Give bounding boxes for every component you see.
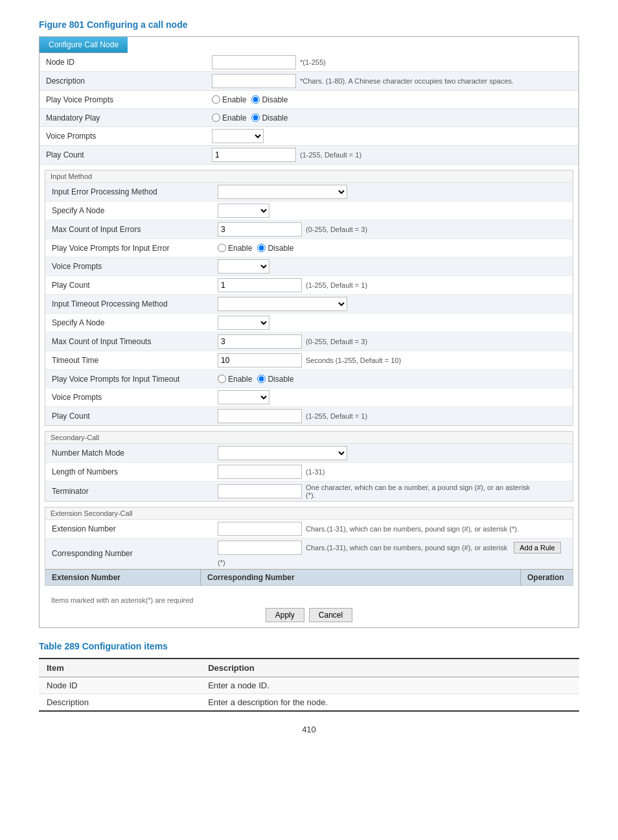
play-count-error-label: Play Count: [45, 278, 214, 292]
doc-table-header-item: Item: [39, 659, 200, 677]
specify-node-select[interactable]: [218, 204, 269, 218]
node-id-input-cell: *(1-255): [208, 53, 578, 71]
specify-node-label: Specify A Node: [45, 204, 214, 218]
enable-text: Enable: [222, 95, 246, 104]
apply-button[interactable]: Apply: [266, 608, 304, 622]
pv-timeout-enable-text: Enable: [228, 375, 252, 384]
length-numbers-label: Length of Numbers: [45, 465, 214, 479]
input-error-method-select[interactable]: [218, 185, 347, 199]
input-timeout-method-label: Input Timeout Processing Method: [45, 297, 214, 311]
length-numbers-input[interactable]: [218, 465, 302, 479]
extension-secondary-call-section: Extension Secondary-Call Extension Numbe…: [45, 507, 573, 586]
input-timeout-method-select[interactable]: [218, 297, 347, 311]
mandatory-play-disable-radio[interactable]: [251, 113, 260, 122]
doc-table-desc: Enter a description for the node.: [200, 694, 579, 712]
play-voice-timeout-row: Play Voice Prompts for Input Timeout Ena…: [45, 370, 573, 388]
doc-table-item: Node ID: [39, 677, 200, 694]
specify-node-timeout-row: Specify A Node: [45, 314, 573, 332]
mandatory-play-enable-label[interactable]: Enable: [212, 113, 246, 122]
corresponding-number-input[interactable]: [218, 541, 302, 555]
extension-number-label: Extension Number: [45, 522, 214, 536]
extension-number-input[interactable]: [218, 522, 302, 536]
add-rule-button[interactable]: Add a Rule: [514, 542, 560, 554]
mandatory-play-cell: Enable Disable: [208, 111, 578, 124]
voice-prompts-label: Voice Prompts: [40, 129, 208, 143]
play-count-timeout-input[interactable]: [218, 409, 302, 423]
play-count-error-input[interactable]: [218, 278, 302, 292]
extension-number-row: Extension Number Chars.(1-31), which can…: [45, 520, 573, 539]
play-count-timeout-label: Play Count: [45, 409, 214, 423]
play-count-input[interactable]: [212, 148, 296, 162]
pv-error-disable-text: Disable: [268, 244, 293, 253]
tab-header[interactable]: Configure Call Node: [40, 37, 128, 53]
mandatory-play-disable-label[interactable]: Disable: [251, 113, 288, 122]
max-count-timeouts-hint: (0-255, Default = 3): [306, 338, 367, 345]
play-count-label: Play Count: [40, 148, 208, 162]
pv-timeout-disable-text: Disable: [268, 375, 293, 384]
timeout-time-label: Timeout Time: [45, 353, 214, 368]
timeout-time-cell: Seconds (1-255, Default = 10): [214, 351, 573, 369]
voice-prompts-timeout-cell: [214, 388, 573, 406]
terminator-input[interactable]: [218, 484, 302, 498]
play-voice-prompts-disable-radio[interactable]: [251, 95, 260, 104]
extension-number-hint: Chars.(1-31), which can be numbers, poun…: [306, 525, 519, 533]
doc-table-header-description: Description: [200, 659, 579, 677]
specify-node-timeout-cell: [214, 314, 573, 332]
max-count-timeouts-cell: (0-255, Default = 3): [214, 332, 573, 351]
pv-error-disable-radio[interactable]: [257, 244, 266, 252]
play-voice-timeout-cell: Enable Disable: [214, 373, 573, 386]
play-count-cell: (1-255, Default = 1): [208, 146, 578, 164]
specify-node-row: Specify A Node: [45, 202, 573, 220]
table-title: Table 289 Configuration items: [39, 641, 579, 651]
pv-error-enable-text: Enable: [228, 244, 252, 253]
play-voice-prompts-label: Play Voice Prompts: [40, 93, 208, 107]
voice-prompts-timeout-select[interactable]: [218, 390, 269, 404]
corresponding-number-row: Corresponding Number Chars.(1-31), which…: [45, 539, 573, 569]
play-voice-prompts-enable-radio[interactable]: [212, 95, 220, 104]
play-voice-prompts-enable-label[interactable]: Enable: [212, 95, 246, 104]
pv-error-enable-radio[interactable]: [218, 244, 226, 252]
corresponding-number-hint: Chars.(1-31), which can be numbers, poun…: [306, 544, 507, 552]
required-note: Items marked with an asterisk(*) are req…: [45, 596, 573, 604]
pv-error-enable-label[interactable]: Enable: [218, 244, 252, 253]
doc-table-row: Node IDEnter a node ID.: [39, 677, 579, 694]
description-label: Description: [40, 74, 208, 88]
timeout-time-input[interactable]: [218, 353, 302, 368]
node-id-label: Node ID: [40, 55, 208, 69]
ext-num-col-header: Extension Number: [45, 570, 201, 585]
voice-prompts-row: Voice Prompts: [40, 127, 578, 146]
max-count-timeouts-row: Max Count of Input Timeouts (0-255, Defa…: [45, 332, 573, 351]
max-count-errors-hint: (0-255, Default = 3): [306, 226, 367, 233]
pv-error-disable-label[interactable]: Disable: [257, 244, 293, 253]
input-method-section: Input Method Input Error Processing Meth…: [45, 170, 573, 426]
mandatory-play-label: Mandatory Play: [40, 111, 208, 125]
corresponding-number-label: Corresponding Number: [45, 546, 214, 561]
cancel-button[interactable]: Cancel: [309, 608, 352, 622]
pv-timeout-disable-label[interactable]: Disable: [257, 375, 293, 384]
voice-prompts-timeout-row: Voice Prompts: [45, 388, 573, 407]
play-voice-prompts-disable-label[interactable]: Disable: [251, 95, 288, 104]
description-input[interactable]: [212, 74, 296, 88]
number-match-mode-cell: [214, 444, 573, 462]
action-buttons: Apply Cancel: [45, 608, 573, 622]
voice-prompts-select[interactable]: [212, 129, 264, 143]
doc-table-body: Node IDEnter a node ID.DescriptionEnter …: [39, 677, 579, 712]
secondary-call-title: Secondary-Call: [45, 432, 573, 444]
pv-timeout-disable-radio[interactable]: [257, 375, 266, 383]
play-count-error-hint: (1-255, Default = 1): [306, 281, 367, 289]
terminator-row: Terminator One character, which can be a…: [45, 482, 573, 501]
max-count-timeouts-input[interactable]: [218, 334, 302, 349]
play-count-error-cell: (1-255, Default = 1): [214, 276, 573, 294]
specify-node-timeout-select[interactable]: [218, 316, 269, 330]
number-match-mode-select[interactable]: [218, 446, 347, 460]
node-id-input[interactable]: [212, 55, 296, 69]
length-numbers-cell: (1-31): [214, 463, 573, 481]
play-count-row: Play Count (1-255, Default = 1): [40, 146, 578, 165]
pv-timeout-enable-label[interactable]: Enable: [218, 375, 252, 384]
mandatory-play-enable-radio[interactable]: [212, 113, 220, 122]
voice-prompts-error-select[interactable]: [218, 259, 269, 274]
pv-timeout-enable-radio[interactable]: [218, 375, 226, 383]
play-voice-timeout-radio-group: Enable Disable: [218, 375, 293, 384]
description-hint: *Chars. (1-80). A Chinese character occu…: [300, 77, 514, 85]
max-count-errors-input[interactable]: [218, 222, 302, 237]
